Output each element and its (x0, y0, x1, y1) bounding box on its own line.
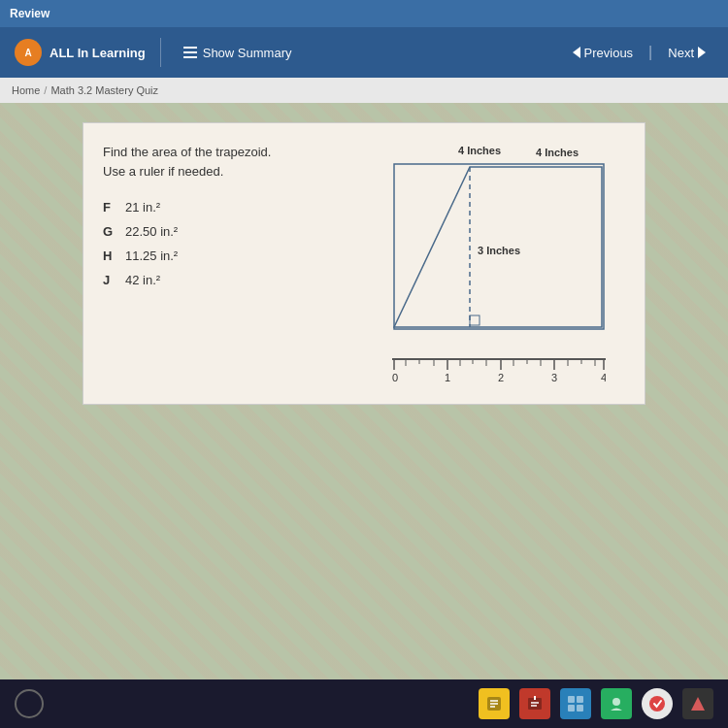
taskbar-icons (479, 688, 713, 719)
option-f[interactable]: F 21 in.² (103, 200, 373, 215)
svg-text:1: 1 (445, 372, 450, 383)
taskbar-icon-5[interactable] (642, 688, 673, 719)
taskbar-icon-4-svg (608, 695, 625, 712)
svg-text:2: 2 (498, 372, 504, 383)
next-button[interactable]: Next (660, 42, 713, 64)
option-g-value: 22.50 in.² (125, 224, 178, 239)
main-content: Find the area of the trapezoid. Use a ru… (0, 103, 728, 679)
previous-button[interactable]: Previous (565, 42, 642, 64)
taskbar-icon-1[interactable] (479, 688, 510, 719)
option-f-value: 21 in.² (125, 200, 160, 215)
breadcrumb-separator: / (44, 84, 47, 96)
question-left: Find the area of the trapezoid. Use a ru… (103, 143, 373, 384)
option-h[interactable]: H 11.25 in.² (103, 248, 373, 263)
taskbar-icon-6[interactable] (682, 688, 713, 719)
answer-options: F 21 in.² G 22.50 in.² H 11.25 in.² J 42… (103, 200, 373, 287)
top-dimension-label: 4 Inches (536, 147, 579, 158)
title-bar: Review (0, 0, 728, 27)
title-bar-text: Review (10, 7, 50, 20)
breadcrumb-course: Math 3.2 Mastery Quiz (50, 84, 158, 96)
option-f-letter: F (103, 200, 117, 215)
svg-rect-37 (568, 705, 575, 711)
breadcrumb: Home / Math 3.2 Mastery Quiz (0, 78, 728, 103)
question-line1: Find the area of the trapezoid. (103, 145, 271, 159)
taskbar-icon-3-svg (567, 695, 584, 712)
taskbar-icon-3[interactable] (560, 688, 591, 719)
question-card: Find the area of the trapezoid. Use a ru… (83, 122, 645, 405)
arrow-left-icon (573, 47, 580, 58)
option-j-letter: J (103, 273, 117, 287)
logo-text: ALL In Learning (50, 46, 146, 60)
svg-rect-35 (568, 696, 575, 703)
svg-point-39 (612, 698, 620, 706)
option-h-value: 11.25 in.² (125, 248, 178, 263)
option-j[interactable]: J 42 in.² (103, 273, 373, 287)
taskbar-icon-1-svg (485, 695, 503, 712)
arrow-right-icon (698, 47, 706, 58)
taskbar-icon-2[interactable] (519, 688, 550, 719)
option-j-value: 42 in.² (125, 273, 160, 287)
svg-rect-38 (577, 705, 583, 711)
hamburger-icon (183, 47, 197, 58)
diagram-area: 4 Inches (392, 143, 625, 384)
show-summary-button[interactable]: Show Summary (176, 42, 300, 64)
taskbar-circle-icon (15, 689, 44, 718)
taskbar-left (15, 689, 44, 718)
show-summary-label: Show Summary (203, 46, 292, 60)
svg-marker-41 (691, 697, 705, 711)
taskbar-icon-2-svg (526, 695, 544, 712)
svg-rect-3 (470, 315, 480, 325)
breadcrumb-home[interactable]: Home (12, 84, 40, 96)
option-h-letter: H (103, 248, 117, 263)
question-content: Find the area of the trapezoid. Use a ru… (103, 143, 625, 384)
taskbar (0, 679, 728, 728)
option-g-letter: G (103, 224, 117, 239)
svg-text:3 Inches: 3 Inches (478, 245, 520, 256)
nav-separator: | (648, 44, 652, 61)
svg-point-40 (649, 696, 665, 711)
label-4inches: 4 Inches (458, 145, 501, 156)
taskbar-icon-5-svg (648, 695, 666, 712)
logo-area: A ALL In Learning (15, 39, 146, 66)
taskbar-icon-4[interactable] (601, 688, 632, 719)
question-line2: Use a ruler if needed. (103, 164, 223, 179)
ruler-svg: 0 1 2 3 4 (392, 360, 606, 384)
previous-label: Previous (584, 46, 634, 60)
svg-rect-36 (577, 696, 583, 703)
taskbar-icon-6-svg (689, 695, 707, 712)
svg-text:0: 0 (392, 372, 398, 383)
next-label: Next (668, 46, 694, 60)
svg-text:3: 3 (551, 372, 557, 383)
nav-bar: A ALL In Learning Show Summary Previous … (0, 27, 728, 78)
ruler: 0 1 2 3 4 (392, 358, 606, 384)
logo-icon: A (15, 39, 42, 66)
question-text: Find the area of the trapezoid. Use a ru… (103, 143, 373, 181)
svg-text:4: 4 (601, 372, 606, 383)
option-g[interactable]: G 22.50 in.² (103, 224, 373, 239)
nav-divider (160, 38, 161, 67)
nav-controls: Previous | Next (565, 42, 713, 64)
trapezoid-svg: 3 Inches (392, 162, 606, 347)
